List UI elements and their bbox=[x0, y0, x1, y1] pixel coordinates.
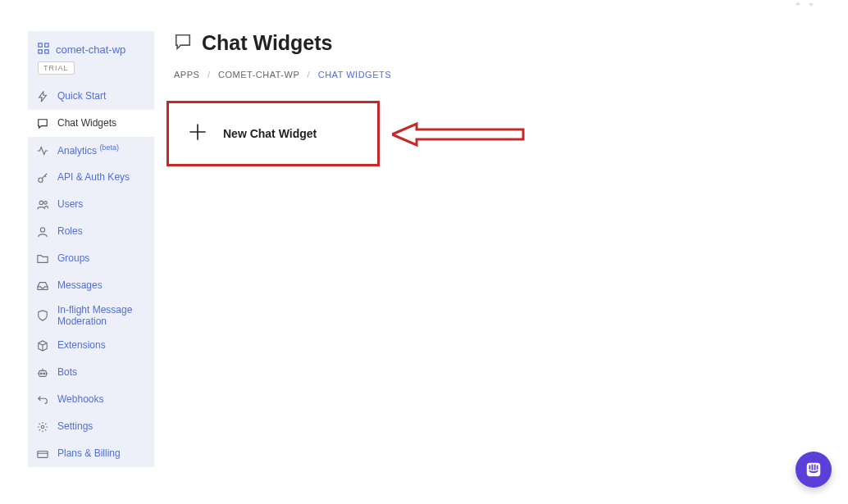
sidebar: comet-chat-wp TRIAL Quick Start Chat Wid… bbox=[28, 31, 154, 467]
sidebar-item-analytics[interactable]: Analytics (beta) bbox=[28, 137, 154, 164]
key-icon bbox=[28, 172, 57, 184]
apps-grid-icon bbox=[38, 43, 49, 57]
svg-point-9 bbox=[40, 373, 42, 375]
breadcrumb-separator: / bbox=[207, 70, 211, 79]
sidebar-item-label: Chat Widgets bbox=[57, 117, 121, 129]
svg-rect-2 bbox=[39, 50, 42, 53]
intercom-chat-button[interactable] bbox=[796, 452, 832, 488]
folder-icon bbox=[28, 253, 57, 265]
sidebar-item-quick-start[interactable]: Quick Start bbox=[28, 83, 154, 110]
svg-point-5 bbox=[39, 201, 43, 204]
undo-icon bbox=[28, 394, 57, 406]
sidebar-item-users[interactable]: Users bbox=[28, 191, 154, 218]
sidebar-item-label: Plans & Billing bbox=[57, 447, 125, 459]
users-icon bbox=[28, 199, 57, 211]
gear-icon bbox=[28, 421, 57, 433]
sidebar-item-label: Roles bbox=[57, 225, 88, 237]
shield-icon bbox=[28, 310, 57, 321]
sidebar-item-label: Settings bbox=[57, 420, 98, 432]
bolt-icon bbox=[28, 91, 57, 102]
pulse-icon bbox=[28, 145, 57, 157]
breadcrumb-item[interactable]: APPS bbox=[174, 70, 199, 79]
app-name-label: comet-chat-wp bbox=[56, 43, 125, 56]
sidebar-item-label: Quick Start bbox=[57, 90, 111, 102]
page-title: Chat Widgets bbox=[202, 31, 333, 55]
person-icon bbox=[28, 226, 57, 238]
new-chat-widget-button[interactable]: New Chat Widget bbox=[166, 101, 380, 166]
plus-icon bbox=[189, 123, 207, 144]
sidebar-item-roles[interactable]: Roles bbox=[28, 218, 154, 245]
card-icon bbox=[28, 448, 57, 460]
svg-rect-1 bbox=[45, 43, 48, 47]
sidebar-item-messages[interactable]: Messages bbox=[28, 272, 154, 299]
sidebar-item-plans-billing[interactable]: Plans & Billing bbox=[28, 440, 154, 467]
svg-point-11 bbox=[41, 425, 44, 429]
sidebar-item-label: Messages bbox=[57, 279, 107, 291]
svg-rect-12 bbox=[38, 451, 48, 457]
intercom-icon bbox=[805, 461, 823, 479]
sidebar-item-label: Extensions bbox=[57, 339, 111, 351]
sidebar-item-chat-widgets[interactable]: Chat Widgets bbox=[28, 110, 154, 137]
main-content: Chat Widgets APPS / COMET-CHAT-WP / CHAT… bbox=[174, 31, 832, 79]
sidebar-item-label: Groups bbox=[57, 252, 94, 264]
sidebar-item-webhooks[interactable]: Webhooks bbox=[28, 386, 154, 413]
sidebar-item-groups[interactable]: Groups bbox=[28, 245, 154, 272]
sidebar-item-label: Users bbox=[57, 198, 88, 210]
sidebar-item-settings[interactable]: Settings bbox=[28, 413, 154, 440]
sidebar-item-label: API & Auth Keys bbox=[57, 171, 134, 183]
sidebar-item-api-auth[interactable]: API & Auth Keys bbox=[28, 164, 154, 191]
page-heading: Chat Widgets bbox=[174, 31, 832, 55]
new-chat-widget-label: New Chat Widget bbox=[223, 127, 317, 140]
chat-icon bbox=[174, 33, 192, 54]
svg-rect-13 bbox=[807, 463, 821, 477]
breadcrumb: APPS / COMET-CHAT-WP / CHAT WIDGETS bbox=[174, 70, 832, 79]
cube-icon bbox=[28, 340, 57, 352]
sidebar-item-moderation[interactable]: In-flight Message Moderation bbox=[28, 299, 154, 332]
breadcrumb-separator: / bbox=[308, 70, 311, 79]
top-nav-arrows bbox=[794, 0, 815, 8]
svg-rect-0 bbox=[39, 43, 42, 47]
svg-point-10 bbox=[43, 373, 45, 375]
sidebar-item-label: Bots bbox=[57, 366, 82, 378]
chat-icon bbox=[28, 118, 57, 129]
app-name[interactable]: comet-chat-wp bbox=[38, 43, 144, 57]
bot-icon bbox=[28, 367, 57, 379]
annotation-arrow bbox=[392, 121, 527, 151]
sidebar-item-label: Webhooks bbox=[57, 393, 108, 405]
svg-rect-3 bbox=[45, 50, 48, 53]
inbox-icon bbox=[28, 280, 57, 292]
sidebar-item-bots[interactable]: Bots bbox=[28, 359, 154, 386]
sidebar-item-extensions[interactable]: Extensions bbox=[28, 332, 154, 359]
trial-badge: TRIAL bbox=[38, 61, 75, 75]
svg-point-6 bbox=[44, 201, 48, 204]
svg-point-7 bbox=[40, 227, 44, 231]
sidebar-item-label: Analytics (beta) bbox=[57, 143, 124, 157]
breadcrumb-item-current: CHAT WIDGETS bbox=[318, 70, 391, 79]
breadcrumb-item[interactable]: COMET-CHAT-WP bbox=[218, 70, 299, 79]
sidebar-item-label: In-flight Message Moderation bbox=[57, 304, 154, 328]
sidebar-header: comet-chat-wp TRIAL bbox=[28, 31, 154, 83]
